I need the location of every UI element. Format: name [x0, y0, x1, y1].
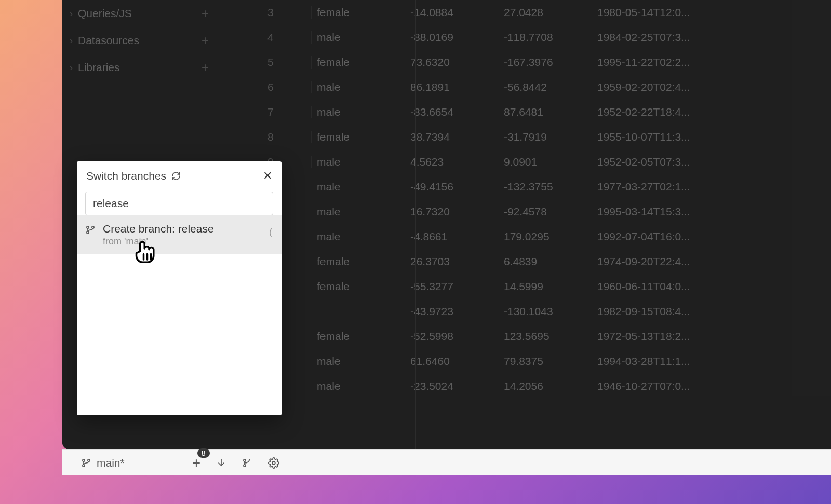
svg-point-11	[272, 461, 275, 465]
current-branch-button[interactable]: main*	[81, 457, 125, 469]
create-branch-title: Create branch: release	[103, 223, 214, 235]
svg-point-2	[92, 226, 94, 228]
svg-point-1	[87, 231, 89, 234]
svg-point-8	[88, 459, 90, 461]
create-branch-option[interactable]: Create branch: release from 'main' (	[77, 215, 282, 254]
git-branch-icon	[85, 225, 96, 235]
branch-search-input[interactable]	[85, 192, 273, 215]
spinner-icon: (	[269, 227, 272, 238]
add-button[interactable]: + 8	[192, 455, 200, 471]
merge-button[interactable]	[242, 458, 252, 468]
svg-point-6	[83, 459, 85, 461]
pull-button[interactable]	[216, 458, 226, 468]
svg-point-7	[83, 464, 85, 466]
switch-branches-popover: Switch branches ✕ Create branch: release…	[77, 161, 282, 415]
popover-title: Switch branches	[86, 170, 166, 182]
refresh-icon[interactable]	[171, 171, 181, 181]
status-bar: main* + 8	[62, 449, 831, 475]
create-branch-sub: from 'main'	[103, 236, 214, 247]
branch-name-label: main*	[97, 457, 125, 469]
badge-count: 8	[197, 448, 210, 458]
settings-button[interactable]	[268, 457, 279, 469]
close-icon[interactable]: ✕	[263, 170, 272, 182]
git-branch-icon	[81, 458, 91, 468]
svg-point-0	[87, 226, 89, 228]
